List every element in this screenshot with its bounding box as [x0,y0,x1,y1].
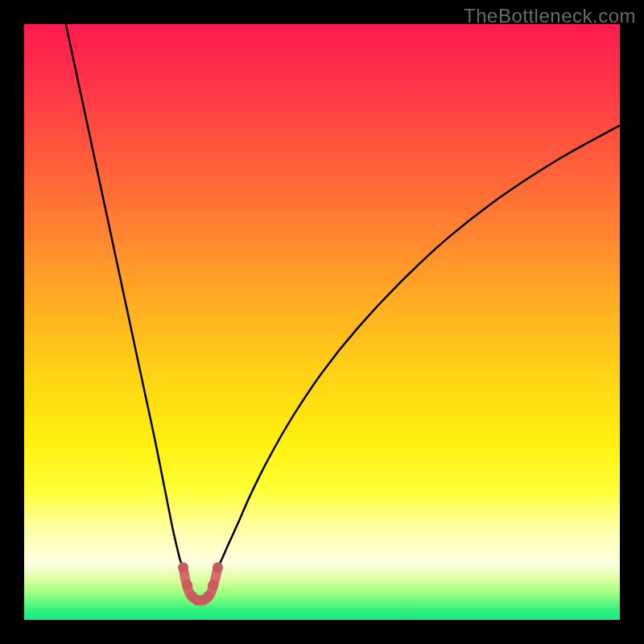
bottleneck-curve-chart [0,0,644,644]
watermark-text: TheBottleneck.com [464,5,636,27]
valley-point [213,562,223,572]
chart-outer-frame: TheBottleneck.com [0,0,644,644]
valley-point [182,580,192,591]
valley-point [203,591,213,601]
valley-point [208,580,218,591]
plot-background [24,24,620,620]
valley-point [178,562,188,572]
